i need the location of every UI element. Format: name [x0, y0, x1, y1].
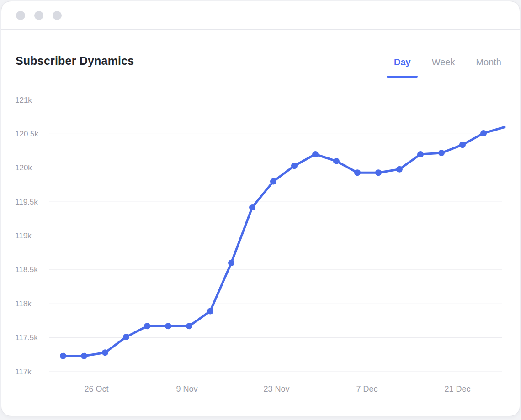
y-axis-label: 120k: [15, 163, 32, 172]
data-point: [438, 150, 445, 156]
data-point: [186, 323, 192, 329]
y-axis-labels: 121k120.5k120k119.5k119k118.5k118k117.5k…: [15, 96, 39, 376]
x-axis-labels: 26 Oct9 Nov23 Nov7 Dec21 Dec: [84, 384, 470, 394]
data-point: [417, 151, 424, 158]
data-point: [480, 130, 487, 136]
y-axis-label: 119.5k: [15, 198, 38, 206]
data-point: [396, 166, 403, 173]
data-point: [291, 163, 298, 169]
data-point: [81, 353, 87, 359]
data-point: [249, 204, 255, 210]
data-point: [165, 323, 171, 329]
y-axis-label: 119k: [15, 231, 32, 240]
data-point: [459, 142, 466, 148]
data-point: [312, 151, 319, 158]
data-point: [354, 169, 361, 176]
data-point: [375, 169, 382, 176]
x-axis-label: 21 Dec: [444, 384, 470, 394]
x-axis-label: 23 Nov: [263, 384, 289, 394]
y-axis-label: 121k: [15, 96, 32, 105]
data-point: [270, 178, 276, 185]
x-axis-label: 7 Dec: [356, 384, 377, 394]
x-axis-label: 26 Oct: [84, 384, 108, 394]
data-point: [60, 353, 66, 359]
series-line: [63, 127, 505, 356]
subscriber-dynamics-chart: 121k120.5k120k119.5k119k118.5k118k117.5k…: [1, 1, 520, 416]
data-point: [102, 349, 108, 356]
y-axis-label: 117k: [15, 368, 32, 376]
data-point: [144, 323, 150, 329]
window-card: Subscriber Dynamics Day Week Month 121k1…: [1, 1, 520, 416]
series-points: [60, 130, 487, 359]
y-axis-label: 120.5k: [15, 130, 39, 138]
y-axis-label: 118.5k: [15, 265, 38, 274]
data-point: [123, 334, 129, 340]
x-axis-label: 9 Nov: [176, 384, 197, 394]
data-point: [333, 158, 340, 164]
y-axis-label: 117.5k: [15, 333, 38, 342]
data-point: [228, 260, 234, 266]
y-gridlines: [49, 100, 502, 372]
y-axis-label: 118k: [15, 299, 32, 308]
data-point: [207, 308, 213, 315]
